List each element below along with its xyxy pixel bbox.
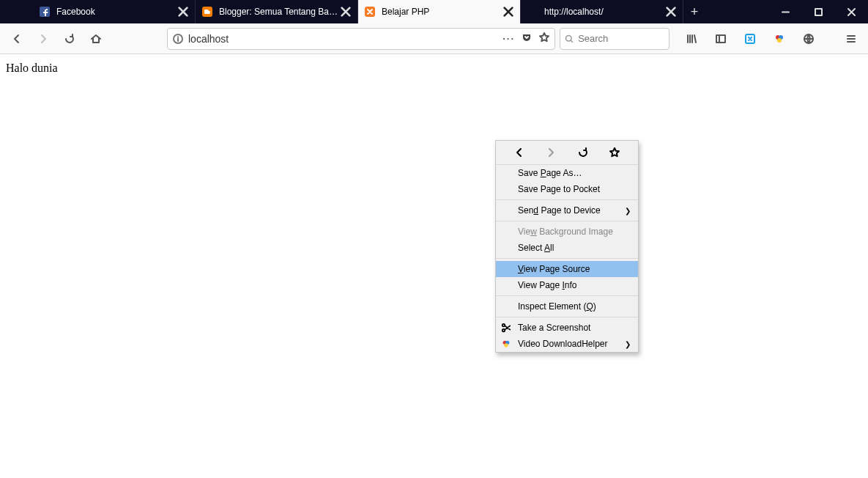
new-tab-button[interactable]: + <box>683 4 705 20</box>
ctx-reload-icon[interactable] <box>576 145 590 160</box>
menu-label: Save Page to Pocket <box>518 184 600 194</box>
home-button[interactable] <box>85 28 107 50</box>
menu-button[interactable] <box>840 28 862 50</box>
idm-icon[interactable] <box>739 28 761 50</box>
scissors-icon <box>500 322 512 334</box>
tab-localhost[interactable]: http://localhost/ <box>521 0 683 23</box>
menu-label: Save Page As… <box>518 168 582 178</box>
svg-rect-6 <box>716 35 725 43</box>
back-button[interactable] <box>6 28 28 50</box>
menu-label: Inspect Element (Q) <box>518 301 596 312</box>
toolbar-right <box>680 28 862 50</box>
ctx-bookmark-icon[interactable] <box>607 145 622 160</box>
vdh-icon <box>500 338 512 350</box>
page-content: Halo dunia <box>0 54 868 82</box>
menu-label: Select All <box>518 243 554 253</box>
tab-facebook[interactable]: Facebook <box>33 0 196 23</box>
ctx-save-page-as[interactable]: Save Page As… <box>496 165 638 181</box>
tab-label: Facebook <box>56 7 177 17</box>
menu-separator <box>496 221 638 221</box>
ctx-take-screenshot[interactable]: Take a Screenshot <box>496 320 638 336</box>
context-menu: Save Page As… Save Page to Pocket Send P… <box>495 140 639 353</box>
ctx-back-icon[interactable] <box>512 145 527 160</box>
menu-separator <box>496 199 638 200</box>
facebook-icon <box>39 6 51 18</box>
tab-belajar-php[interactable]: Belajar PHP <box>358 0 521 23</box>
menu-label: Video DownloadHelper <box>518 339 608 349</box>
minimize-button[interactable] <box>769 0 802 23</box>
identity-info-icon[interactable] <box>172 33 184 45</box>
close-icon[interactable] <box>340 6 352 18</box>
forward-button[interactable] <box>32 28 54 50</box>
ctx-video-downloadhelper[interactable]: Video DownloadHelper ❯ <box>496 336 638 352</box>
page-actions-icon[interactable]: ··· <box>502 33 515 44</box>
pocket-icon[interactable] <box>521 32 533 45</box>
titlebar: Facebook Blogger: Semua Tentang Bahasa B… <box>0 0 868 23</box>
globe-icon[interactable] <box>798 28 820 50</box>
chevron-right-icon: ❯ <box>625 207 631 215</box>
svg-rect-3 <box>815 9 822 15</box>
blogger-icon <box>201 6 213 18</box>
ctx-select-all[interactable]: Select All <box>496 240 638 256</box>
menu-separator <box>496 258 638 259</box>
maximize-button[interactable] <box>802 0 835 23</box>
tab-strip: Facebook Blogger: Semua Tentang Bahasa B… <box>0 0 769 23</box>
menu-label: View Page Source <box>518 264 590 274</box>
menu-label: Take a Screenshot <box>518 323 590 333</box>
vdh-icon[interactable] <box>768 28 790 50</box>
chevron-right-icon: ❯ <box>625 340 631 348</box>
menu-label: View Page Info <box>518 280 577 290</box>
svg-point-16 <box>504 343 508 347</box>
sidebar-icon[interactable] <box>710 28 732 50</box>
page-text: Halo dunia <box>6 62 58 74</box>
menu-label: View Background Image <box>518 227 613 237</box>
close-icon[interactable] <box>177 6 189 18</box>
menu-separator <box>496 295 638 296</box>
menu-separator <box>496 317 638 317</box>
navbar: ··· <box>0 23 868 54</box>
xampp-icon <box>364 6 376 18</box>
tab-label: Belajar PHP <box>382 7 502 17</box>
search-icon <box>565 34 574 44</box>
bookmark-star-icon[interactable] <box>538 32 550 45</box>
menu-label: Send Page to Device <box>518 205 601 216</box>
ctx-view-background-image: View Background Image <box>496 224 638 240</box>
ctx-view-page-source[interactable]: View Page Source <box>496 261 638 277</box>
ctx-forward-icon[interactable] <box>544 145 558 160</box>
context-nav-row <box>496 141 638 165</box>
search-bar[interactable] <box>560 28 669 50</box>
tab-blogger[interactable]: Blogger: Semua Tentang Bahasa <box>196 0 358 23</box>
ctx-send-page-to-device[interactable]: Send Page to Device ❯ <box>496 202 638 218</box>
close-window-button[interactable] <box>835 0 868 23</box>
ctx-save-to-pocket[interactable]: Save Page to Pocket <box>496 181 638 197</box>
url-bar[interactable]: ··· <box>167 28 555 50</box>
ctx-inspect-element[interactable]: Inspect Element (Q) <box>496 298 638 315</box>
ctx-view-page-info[interactable]: View Page Info <box>496 277 638 293</box>
close-icon[interactable] <box>665 6 677 18</box>
tab-label: http://localhost/ <box>544 7 665 17</box>
tabs-after: + <box>683 0 705 23</box>
window-controls <box>769 0 868 23</box>
search-input[interactable] <box>578 33 664 44</box>
library-icon[interactable] <box>680 28 702 50</box>
reload-button[interactable] <box>59 28 81 50</box>
svg-point-10 <box>777 38 782 43</box>
url-input[interactable] <box>188 33 498 45</box>
close-icon[interactable] <box>502 6 514 18</box>
tab-label: Blogger: Semua Tentang Bahasa <box>219 7 340 17</box>
